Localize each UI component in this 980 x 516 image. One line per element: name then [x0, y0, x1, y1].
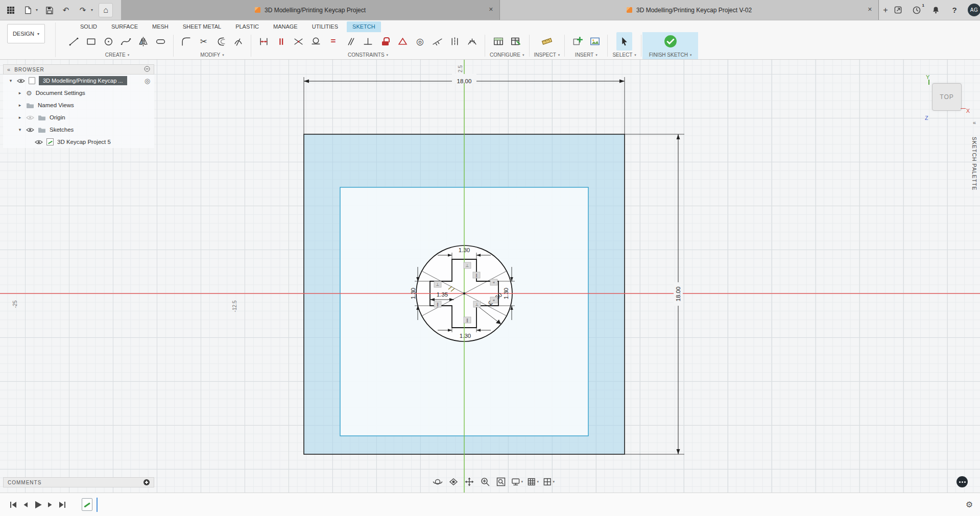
workspace-selector[interactable]: DESIGN ▾ — [7, 24, 45, 43]
configure-menu[interactable]: CONFIGURE▾ — [490, 51, 524, 59]
sketch-dimension-icon[interactable] — [256, 32, 272, 51]
line-icon[interactable] — [66, 32, 82, 51]
dim-stem-bottom-value[interactable]: 1.30 — [460, 333, 471, 339]
spline-icon[interactable] — [118, 32, 134, 51]
step-forward-icon[interactable] — [44, 499, 56, 511]
new-tab-icon[interactable]: + — [879, 0, 892, 20]
browser-row-named-views[interactable]: ▸ Named Views — [3, 99, 154, 111]
file-menu-icon[interactable] — [22, 5, 33, 16]
symmetry-icon[interactable] — [447, 32, 463, 51]
save-icon[interactable] — [43, 5, 55, 16]
concentric-icon[interactable]: ◎ — [412, 32, 428, 51]
visibility-eye-icon[interactable] — [26, 127, 34, 133]
perpendicular-icon[interactable] — [360, 32, 376, 51]
tangent-icon[interactable] — [308, 32, 324, 51]
browser-options-icon[interactable] — [144, 66, 150, 73]
viewcube-face-top[interactable]: TOP — [932, 83, 962, 111]
inspect-menu[interactable]: INSPECT▾ — [534, 51, 560, 59]
create-menu[interactable]: CREATE▾ — [105, 51, 129, 59]
browser-collapse-icon[interactable]: « — [7, 67, 10, 72]
browser-row-label[interactable]: Origin — [50, 114, 65, 120]
rectangle-icon[interactable] — [83, 32, 99, 51]
activate-radio-icon[interactable]: ◎ — [145, 77, 150, 85]
break-icon[interactable] — [230, 32, 246, 51]
expander-icon[interactable]: ▾ — [8, 78, 13, 83]
step-back-icon[interactable] — [19, 499, 32, 511]
measure-icon[interactable] — [539, 32, 555, 51]
grid-snaps-icon[interactable]: ▾ — [527, 476, 539, 488]
tab-solid[interactable]: SOLID — [75, 21, 103, 32]
orbit-icon[interactable] — [432, 476, 444, 488]
home-icon[interactable]: ⌂ — [99, 3, 113, 17]
slot-icon[interactable] — [153, 32, 169, 51]
mirror-icon[interactable] — [135, 32, 151, 51]
finish-sketch-button[interactable]: FINISH SKETCH▾ — [649, 51, 692, 59]
configuration-table-icon[interactable] — [490, 32, 506, 51]
dim-width-value[interactable]: 18.00 — [457, 78, 472, 84]
dim-height-value[interactable]: 18.00 — [675, 287, 681, 302]
circle-icon[interactable] — [101, 32, 116, 51]
parallel-icon[interactable] — [343, 32, 358, 51]
fillet-icon[interactable] — [178, 32, 194, 51]
insert-derive-icon[interactable] — [569, 32, 585, 51]
dim-stem-inner-value[interactable]: 1.35 — [437, 291, 448, 298]
browser-row-root[interactable]: ▾ 3D Modelling/Printing Keycap ... ◎ — [3, 75, 154, 87]
fix-lock-icon[interactable] — [377, 32, 393, 51]
expander-icon[interactable]: ▸ — [17, 103, 22, 108]
horizontal-vertical-icon[interactable] — [273, 32, 289, 51]
visibility-eye-icon[interactable] — [35, 139, 43, 145]
job-status-icon[interactable]: 1 — [911, 5, 922, 16]
sketch-palette-label[interactable]: SKETCH PALETTE — [971, 137, 977, 190]
select-menu[interactable]: SELECT▾ — [612, 51, 636, 59]
modify-menu[interactable]: MODIFY▾ — [200, 51, 224, 59]
insert-menu[interactable]: INSERT▾ — [575, 51, 597, 59]
tab-plastic[interactable]: PLASTIC — [230, 21, 265, 32]
play-icon[interactable] — [32, 499, 44, 511]
browser-row-label[interactable]: Named Views — [38, 102, 74, 108]
redo-caret-icon[interactable]: ▾ — [91, 8, 93, 12]
browser-row-origin[interactable]: ▸ Origin — [3, 111, 154, 124]
viewports-icon[interactable]: ▾ — [542, 476, 555, 488]
palette-expand-icon[interactable]: « — [973, 120, 976, 126]
collinear-icon[interactable] — [429, 32, 445, 51]
browser-row-label[interactable]: Sketches — [50, 127, 74, 133]
dim-stem-right-value[interactable]: 1.30 — [503, 288, 509, 299]
browser-row-document-settings[interactable]: ▸ ⚙ Document Settings — [3, 87, 154, 99]
extensions-icon[interactable] — [892, 5, 903, 16]
help-icon[interactable]: ? — [949, 5, 960, 16]
browser-row-sketches[interactable]: ▾ Sketches — [3, 124, 154, 136]
pan-icon[interactable] — [463, 476, 475, 488]
visibility-eye-icon[interactable] — [17, 78, 25, 84]
tab-sketch[interactable]: SKETCH — [347, 21, 381, 32]
constraints-menu[interactable]: CONSTRAINTS▾ — [348, 51, 388, 59]
expander-icon[interactable]: ▾ — [17, 127, 22, 132]
dim-stem-top-value[interactable]: 1.30 — [459, 247, 470, 253]
browser-row-label[interactable]: 3D Keycap Project 5 — [57, 139, 111, 145]
trim-icon[interactable]: ✂ — [196, 32, 211, 51]
viewcube[interactable]: Y TOP X Z — [924, 75, 968, 120]
dim-stem-left-value[interactable]: 1.30 — [410, 288, 416, 299]
look-at-icon[interactable] — [447, 476, 460, 488]
expander-icon[interactable]: ▸ — [17, 90, 22, 95]
browser-row-label[interactable]: 3D Modelling/Printing Keycap ... — [39, 76, 127, 85]
tab-close-icon[interactable]: ✕ — [868, 6, 872, 13]
zoom-icon[interactable] — [479, 476, 491, 488]
browser-row-label[interactable]: Document Settings — [36, 90, 85, 96]
tab-sheet-metal[interactable]: SHEET METAL — [177, 21, 227, 32]
insert-image-icon[interactable] — [587, 32, 603, 51]
document-tab-2[interactable]: 3D Modelling/Printing Keycap Project V-0… — [500, 0, 879, 20]
comments-add-icon[interactable] — [144, 479, 150, 485]
document-tab-1[interactable]: 3D Modelling/Printing Keycap Project ✕ — [121, 0, 500, 20]
tab-manage[interactable]: MANAGE — [268, 21, 303, 32]
equal-icon[interactable]: = — [325, 32, 341, 51]
origin-point[interactable] — [463, 292, 465, 294]
redo-icon[interactable]: ↷ — [77, 5, 88, 16]
finish-sketch-check-icon[interactable] — [662, 32, 678, 51]
app-grid-icon[interactable] — [5, 5, 16, 16]
offset-icon[interactable] — [213, 32, 229, 51]
display-settings-icon[interactable]: ▾ — [511, 476, 523, 488]
timeline-settings-gear-icon[interactable]: ⚙ — [966, 500, 973, 509]
tab-mesh[interactable]: MESH — [147, 21, 174, 32]
select-cursor-icon[interactable] — [616, 32, 632, 51]
tab-surface[interactable]: SURFACE — [106, 21, 144, 32]
